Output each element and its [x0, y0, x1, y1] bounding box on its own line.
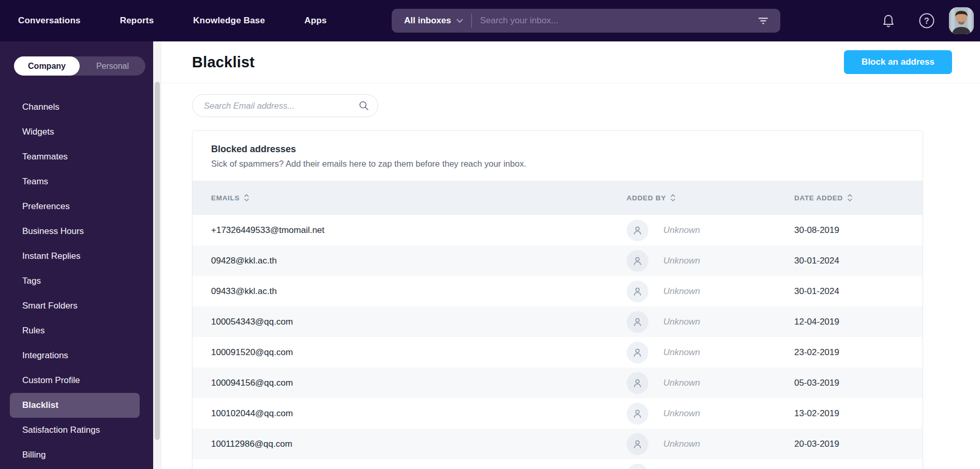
sidebar-item-label: Billing: [22, 450, 46, 460]
blacklist-settings-screen: Conversations Reports Knowledge Base App…: [0, 0, 980, 469]
column-label: DATE ADDED: [794, 194, 843, 202]
row-added-by: Unknown: [663, 378, 700, 388]
blocked-addresses-card: Blocked addresses Sick of spammers? Add …: [192, 130, 923, 469]
sidebar-item-teams[interactable]: Teams: [10, 169, 140, 194]
person-icon: [627, 372, 648, 394]
sidebar-item-preferences[interactable]: Preferences: [10, 194, 140, 219]
sidebar-item-label: Smart Folders: [22, 301, 78, 311]
table-row: 100091520@qq.com Unknown 23-02-2019: [192, 337, 923, 368]
chevron-down-icon: [456, 16, 463, 25]
row-added-by-cell: Unknown: [627, 219, 794, 241]
row-email: 100094156@qq.com: [211, 378, 627, 388]
nav-reports[interactable]: Reports: [120, 16, 154, 26]
inbox-filter-selected: All inboxes: [404, 16, 451, 26]
sidebar-item-custom-profile[interactable]: Custom Profile: [10, 368, 140, 393]
nav-conversations[interactable]: Conversations: [18, 16, 81, 26]
sidebar-item-integrations[interactable]: Integrations: [10, 343, 140, 368]
sidebar-item-satisfaction-ratings[interactable]: Satisfaction Ratings: [10, 418, 140, 443]
sort-icon: [671, 194, 675, 201]
sidebar-item-label: Tags: [22, 276, 41, 286]
sidebar-item-blacklist[interactable]: Blacklist: [10, 393, 140, 418]
sidebar-item-business-hours[interactable]: Business Hours: [10, 219, 140, 244]
table-row: 09433@kkl.ac.th Unknown 30-01-2024: [192, 276, 923, 306]
row-date: 05-03-2019: [794, 378, 923, 388]
table-row: 100094156@qq.com Unknown 05-03-2019: [192, 368, 923, 398]
email-search-row: [192, 94, 378, 117]
company-personal-toggle: Company Personal: [14, 56, 145, 76]
sidebar-item-label: Satisfaction Ratings: [22, 425, 100, 435]
column-header-emails[interactable]: EMAILS: [211, 194, 627, 202]
sidebar-scrollbar-thumb[interactable]: [155, 82, 160, 440]
person-icon: [627, 403, 648, 424]
sidebar-item-label: Rules: [22, 326, 44, 336]
column-label: EMAILS: [211, 194, 240, 202]
person-icon: [627, 219, 648, 241]
notifications-bell-icon[interactable]: [880, 12, 897, 30]
toggle-personal[interactable]: Personal: [80, 56, 145, 76]
row-added-by: Unknown: [663, 317, 700, 327]
inbox-filter-dropdown[interactable]: All inboxes: [404, 16, 463, 26]
row-added-by-cell: [627, 464, 794, 469]
sidebar-item-label: Widgets: [22, 127, 54, 137]
column-header-added-by[interactable]: ADDED BY: [627, 194, 794, 202]
sidebar-item-label: Custom Profile: [22, 375, 80, 386]
row-email: 100112986@qq.com: [211, 439, 627, 449]
table-row-partial: [192, 459, 923, 469]
block-address-button[interactable]: Block an address: [844, 50, 952, 74]
top-navigation-bar: Conversations Reports Knowledge Base App…: [0, 0, 980, 41]
card-subtitle: Sick of spammers? Add their emails here …: [211, 159, 904, 169]
row-added-by: Unknown: [663, 439, 700, 449]
card-title: Blocked addresses: [211, 144, 904, 155]
sidebar-item-label: Instant Replies: [22, 251, 80, 261]
filter-icon[interactable]: [755, 13, 771, 28]
row-date: 12-04-2019: [794, 317, 923, 327]
sidebar-item-label: Blacklist: [22, 400, 58, 411]
row-email: 100054343@qq.com: [211, 317, 627, 327]
settings-sidebar: Company Personal Channels Widgets Teamma…: [0, 41, 153, 469]
sidebar-item-widgets[interactable]: Widgets: [10, 120, 140, 144]
search-icon: [359, 100, 369, 113]
sidebar-scrollbar-track: [153, 41, 161, 469]
person-icon: [627, 433, 648, 455]
row-added-by: Unknown: [663, 225, 700, 236]
topbar-right-icons: ?: [880, 0, 980, 41]
sidebar-item-label: Business Hours: [22, 226, 84, 237]
table-row: +17326449533@tmomail.net Unknown 30-08-2…: [192, 215, 923, 245]
table-row: 100054343@qq.com Unknown 12-04-2019: [192, 306, 923, 337]
row-date: 20-03-2019: [794, 439, 923, 449]
nav-knowledge-base[interactable]: Knowledge Base: [193, 16, 265, 26]
sidebar-item-tags[interactable]: Tags: [10, 269, 140, 294]
row-added-by-cell: Unknown: [627, 311, 794, 333]
user-avatar[interactable]: [949, 7, 974, 34]
sort-icon: [848, 194, 852, 201]
help-icon[interactable]: ?: [918, 12, 936, 30]
sidebar-item-teammates[interactable]: Teammates: [10, 144, 140, 169]
person-icon: [627, 281, 648, 302]
card-header: Blocked addresses Sick of spammers? Add …: [192, 131, 923, 181]
row-added-by: Unknown: [663, 256, 700, 266]
sidebar-item-smart-folders[interactable]: Smart Folders: [10, 294, 140, 318]
pill-divider: [471, 13, 472, 28]
inbox-search-input[interactable]: [480, 16, 755, 26]
row-date: 13-02-2019: [794, 408, 923, 419]
top-nav-menu: Conversations Reports Knowledge Base App…: [18, 0, 326, 41]
sort-icon: [244, 194, 249, 201]
table-row: 09428@kkl.ac.th Unknown 30-01-2024: [192, 245, 923, 276]
column-header-date-added[interactable]: DATE ADDED: [794, 194, 923, 202]
row-date: 30-01-2024: [794, 286, 923, 297]
sidebar-item-instant-replies[interactable]: Instant Replies: [10, 244, 140, 269]
table-body: +17326449533@tmomail.net Unknown 30-08-2…: [192, 215, 923, 469]
email-search-input[interactable]: [192, 94, 378, 117]
svg-text:?: ?: [924, 17, 929, 25]
sidebar-item-rules[interactable]: Rules: [10, 318, 140, 343]
row-added-by-cell: Unknown: [627, 372, 794, 394]
toggle-company[interactable]: Company: [14, 56, 80, 76]
sidebar-item-billing[interactable]: Billing: [10, 443, 140, 467]
page-title: Blacklist: [192, 54, 255, 71]
sidebar-item-channels[interactable]: Channels: [10, 95, 140, 120]
row-added-by-cell: Unknown: [627, 281, 794, 302]
person-icon: [627, 342, 648, 363]
main-content: Blacklist Block an address Blocked addre…: [161, 41, 980, 469]
row-email: 100091520@qq.com: [211, 347, 627, 358]
nav-apps[interactable]: Apps: [304, 16, 326, 26]
